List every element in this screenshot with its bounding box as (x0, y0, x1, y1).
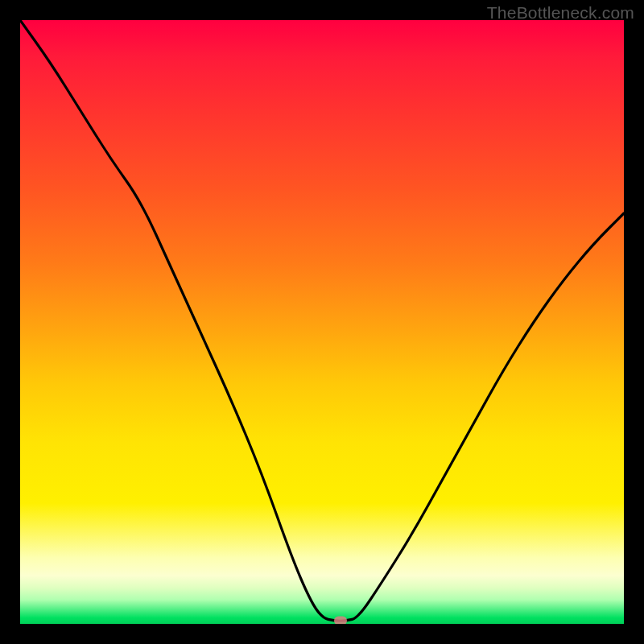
plot-area (20, 20, 624, 624)
watermark-text: TheBottleneck.com (487, 3, 634, 23)
optimal-point-marker (334, 617, 347, 624)
bottleneck-curve (20, 20, 624, 624)
chart-frame: TheBottleneck.com (0, 0, 644, 644)
